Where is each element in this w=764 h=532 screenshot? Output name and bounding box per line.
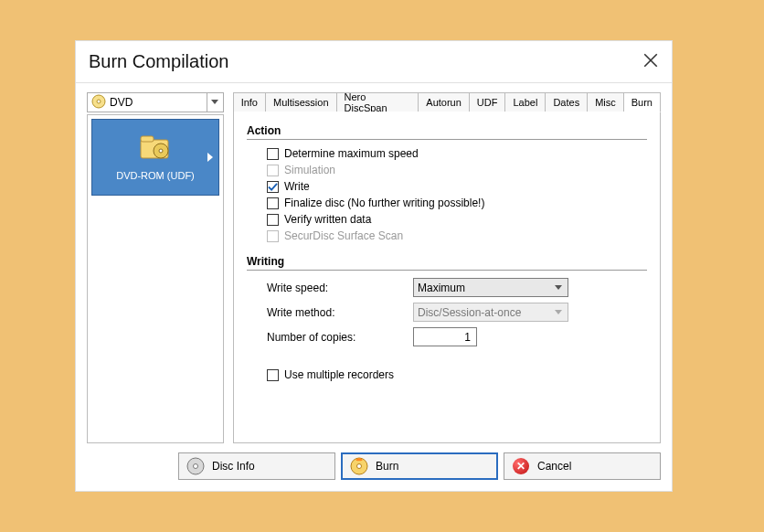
- number-of-copies-input[interactable]: [413, 327, 477, 346]
- svg-marker-9: [555, 285, 562, 290]
- disc-type-select[interactable]: DVD: [87, 92, 224, 112]
- compilation-list: DVD-ROM (UDF): [87, 114, 224, 443]
- cancel-button[interactable]: ✕ Cancel: [504, 452, 661, 480]
- verify-data-checkbox[interactable]: Verify written data: [267, 213, 647, 226]
- checkbox-label: SecurDisc Surface Scan: [284, 229, 403, 242]
- window-title: Burn Compilation: [89, 51, 228, 72]
- folder-disc-icon: [139, 134, 172, 165]
- checkbox-label: Finalize disc (No further writing possib…: [284, 197, 484, 209]
- close-icon: [642, 52, 659, 69]
- use-multiple-recorders-checkbox[interactable]: Use multiple recorders: [267, 368, 647, 381]
- checkbox-label: Verify written data: [284, 213, 371, 226]
- titlebar: Burn Compilation: [76, 41, 672, 83]
- finalize-disc-checkbox[interactable]: Finalize disc (No further writing possib…: [267, 197, 647, 209]
- number-of-copies-label: Number of copies:: [267, 331, 413, 344]
- checkbox-icon: [267, 197, 279, 209]
- write-method-value: Disc/Session-at-once: [418, 306, 521, 319]
- svg-marker-4: [211, 100, 218, 104]
- tab-burn[interactable]: Burn: [624, 92, 661, 112]
- svg-point-8: [159, 149, 163, 153]
- tab-nero-discspan[interactable]: Nero DiscSpan: [337, 92, 419, 112]
- svg-point-12: [194, 464, 198, 469]
- compilation-item[interactable]: DVD-ROM (UDF): [91, 119, 219, 196]
- burn-tab-panel: Action Determine maximum speed Simulatio…: [233, 112, 661, 443]
- chevron-down-icon: [207, 93, 223, 112]
- simulation-checkbox: Simulation: [267, 164, 647, 176]
- securdisc-scan-checkbox: SecurDisc Surface Scan: [267, 229, 647, 242]
- compilation-label: DVD-ROM (UDF): [116, 170, 195, 181]
- checkbox-label: Use multiple recorders: [284, 368, 394, 381]
- burn-disc-icon: [350, 457, 368, 475]
- tab-label[interactable]: Label: [505, 92, 546, 112]
- button-label: Disc Info: [212, 460, 255, 473]
- svg-point-14: [357, 464, 362, 469]
- tab-autorun[interactable]: Autorun: [419, 92, 470, 112]
- tab-udf[interactable]: UDF: [470, 92, 506, 112]
- burn-compilation-dialog: Burn Compilation DVD: [75, 40, 673, 492]
- disc-info-button[interactable]: Disc Info: [178, 452, 335, 480]
- disc-icon: [91, 94, 106, 112]
- chevron-down-icon: [551, 305, 566, 319]
- tab-misc[interactable]: Misc: [588, 92, 624, 112]
- write-speed-value: Maximum: [418, 282, 465, 294]
- cancel-icon: ✕: [512, 457, 530, 475]
- checkbox-icon: [267, 165, 279, 176]
- action-section-header: Action: [247, 124, 647, 140]
- disc-type-value: DVD: [110, 96, 133, 109]
- checkbox-icon: [267, 148, 279, 160]
- write-speed-select[interactable]: Maximum: [413, 278, 568, 297]
- button-label: Cancel: [537, 460, 571, 473]
- checkbox-label: Simulation: [284, 164, 335, 176]
- chevron-down-icon: [551, 281, 566, 294]
- checkbox-icon: [267, 369, 279, 381]
- checkbox-icon: [267, 214, 279, 226]
- write-method-select: Disc/Session-at-once: [413, 303, 568, 322]
- tab-info[interactable]: Info: [233, 92, 266, 112]
- svg-point-3: [97, 100, 101, 103]
- dialog-button-row: Disc Info Burn ✕ Cancel: [87, 452, 661, 480]
- burn-button[interactable]: Burn: [341, 452, 498, 480]
- write-method-label: Write method:: [267, 306, 413, 319]
- write-speed-label: Write speed:: [267, 282, 413, 294]
- writing-section-header: Writing: [247, 255, 647, 271]
- write-checkbox[interactable]: Write: [267, 180, 647, 193]
- button-label: Burn: [376, 460, 398, 473]
- tab-dates[interactable]: Dates: [546, 92, 588, 112]
- chevron-right-icon: [207, 153, 213, 162]
- tab-strip: Info Multisession Nero DiscSpan Autorun …: [233, 92, 661, 112]
- checkbox-label: Write: [284, 180, 310, 193]
- close-button[interactable]: [642, 52, 659, 69]
- determine-max-speed-checkbox[interactable]: Determine maximum speed: [267, 147, 647, 160]
- disc-icon: [186, 457, 205, 475]
- checkbox-label: Determine maximum speed: [284, 147, 419, 160]
- checkbox-icon: [267, 181, 279, 193]
- svg-marker-10: [555, 310, 562, 314]
- checkbox-icon: [267, 230, 279, 242]
- svg-rect-6: [141, 136, 154, 142]
- tab-multisession[interactable]: Multisession: [266, 92, 337, 112]
